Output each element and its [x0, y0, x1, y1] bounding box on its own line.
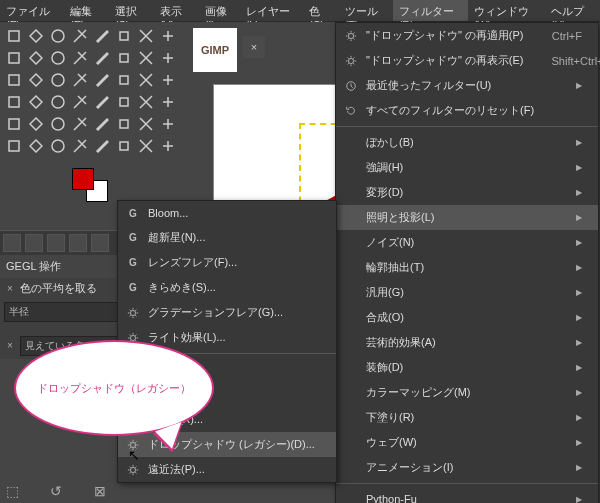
filters-item-15[interactable]: カラーマッピング(M)▶: [336, 380, 598, 405]
tool-19[interactable]: [70, 70, 90, 90]
filters-item-0[interactable]: "ドロップシャドウ" の再適用(P)Ctrl+F: [336, 23, 598, 48]
tool-11[interactable]: [70, 48, 90, 68]
menu-1[interactable]: 編集(E): [64, 0, 109, 21]
close-tab-icon[interactable]: ×: [243, 36, 265, 58]
filters-item-3[interactable]: すべてのフィルターのリセット(F): [336, 98, 598, 123]
tool-31[interactable]: [158, 92, 178, 112]
light-item-2[interactable]: Gレンズフレア(F)...: [118, 250, 336, 275]
tool-42[interactable]: [48, 136, 68, 156]
tool-17[interactable]: [26, 70, 46, 90]
icon[interactable]: ↺: [48, 483, 64, 499]
tool-23[interactable]: [158, 70, 178, 90]
filters-item-12[interactable]: 合成(O)▶: [336, 305, 598, 330]
tool-2[interactable]: [48, 26, 68, 46]
filters-item-11[interactable]: 汎用(G)▶: [336, 280, 598, 305]
tool-45[interactable]: [114, 136, 134, 156]
close-icon[interactable]: ×: [4, 283, 16, 295]
tool-32[interactable]: [4, 114, 24, 134]
filters-item-9[interactable]: ノイズ(N)▶: [336, 230, 598, 255]
menu-10[interactable]: ヘルプ(H): [545, 0, 600, 21]
tool-29[interactable]: [114, 92, 134, 112]
tool-16[interactable]: [4, 70, 24, 90]
icon[interactable]: ⊠: [92, 483, 108, 499]
tool-14[interactable]: [136, 48, 156, 68]
tool-37[interactable]: [114, 114, 134, 134]
tool-21[interactable]: [114, 70, 134, 90]
menu-7[interactable]: ツール(T): [339, 0, 393, 21]
close-icon[interactable]: ×: [4, 340, 16, 352]
tool-34[interactable]: [48, 114, 68, 134]
tool-12[interactable]: [92, 48, 112, 68]
panel-tab[interactable]: [47, 234, 65, 252]
filters-item-1[interactable]: "ドロップシャドウ" の再表示(E)Shift+Ctrl+F: [336, 48, 598, 73]
light-item-10[interactable]: ドロップシャドウ (レガシー)(D)...: [118, 432, 336, 457]
tool-39[interactable]: [158, 114, 178, 134]
filters-item-8[interactable]: 照明と投影(L)▶: [336, 205, 598, 230]
tool-26[interactable]: [48, 92, 68, 112]
light-item-4[interactable]: グラデーションフレア(G)...: [118, 300, 336, 325]
filters-item-16[interactable]: 下塗り(R)▶: [336, 405, 598, 430]
filters-item-2[interactable]: 最近使ったフィルター(U)▶: [336, 73, 598, 98]
panel-tab[interactable]: [3, 234, 21, 252]
filters-item-13[interactable]: 芸術的効果(A)▶: [336, 330, 598, 355]
tool-8[interactable]: [4, 48, 24, 68]
tool-40[interactable]: [4, 136, 24, 156]
filters-item-17[interactable]: ウェブ(W)▶: [336, 430, 598, 455]
tool-44[interactable]: [92, 136, 112, 156]
menu-9[interactable]: ウィンドウ(W): [468, 0, 545, 21]
filters-item-14[interactable]: 装飾(D)▶: [336, 355, 598, 380]
tool-3[interactable]: [70, 26, 90, 46]
tool-9[interactable]: [26, 48, 46, 68]
submenu-arrow-icon: ▶: [576, 138, 582, 147]
panel-tab[interactable]: [25, 234, 43, 252]
tool-24[interactable]: [4, 92, 24, 112]
menu-8[interactable]: フィルター(R): [393, 0, 468, 21]
light-item-0[interactable]: GBloom...: [118, 201, 336, 225]
tool-0[interactable]: [4, 26, 24, 46]
tool-33[interactable]: [26, 114, 46, 134]
light-item-11[interactable]: 遠近法(P)...: [118, 457, 336, 482]
filters-item-5[interactable]: ぼかし(B)▶: [336, 130, 598, 155]
tool-6[interactable]: [136, 26, 156, 46]
panel-tab[interactable]: [91, 234, 109, 252]
image-tab[interactable]: GIMP: [193, 28, 237, 72]
menu-3[interactable]: 表示(V): [154, 0, 199, 21]
tool-20[interactable]: [92, 70, 112, 90]
tool-47[interactable]: [158, 136, 178, 156]
tool-5[interactable]: [114, 26, 134, 46]
menu-4[interactable]: 画像(I): [199, 0, 240, 21]
tool-4[interactable]: [92, 26, 112, 46]
filters-item-10[interactable]: 輪郭抽出(T)▶: [336, 255, 598, 280]
menu-0[interactable]: ファイル(F): [0, 0, 64, 21]
menu-5[interactable]: レイヤー(L): [240, 0, 303, 21]
tool-7[interactable]: [158, 26, 178, 46]
color-swatches[interactable]: [72, 168, 112, 204]
tool-1[interactable]: [26, 26, 46, 46]
menu-6[interactable]: 色(C): [303, 0, 339, 21]
tool-18[interactable]: [48, 70, 68, 90]
tool-22[interactable]: [136, 70, 156, 90]
tool-25[interactable]: [26, 92, 46, 112]
tool-43[interactable]: [70, 136, 90, 156]
tool-46[interactable]: [136, 136, 156, 156]
light-item-3[interactable]: Gきらめき(S)...: [118, 275, 336, 300]
menu-2[interactable]: 選択(S): [109, 0, 154, 21]
tool-36[interactable]: [92, 114, 112, 134]
tool-30[interactable]: [136, 92, 156, 112]
tool-15[interactable]: [158, 48, 178, 68]
filters-item-6[interactable]: 強調(H)▶: [336, 155, 598, 180]
icon[interactable]: ⬚: [4, 483, 20, 499]
filters-item-20[interactable]: Python-Fu▶: [336, 487, 598, 503]
filters-item-7[interactable]: 変形(D)▶: [336, 180, 598, 205]
filters-item-18[interactable]: アニメーション(I)▶: [336, 455, 598, 480]
light-item-1[interactable]: G超新星(N)...: [118, 225, 336, 250]
tool-28[interactable]: [92, 92, 112, 112]
foreground-swatch[interactable]: [72, 168, 94, 190]
tool-41[interactable]: [26, 136, 46, 156]
tool-10[interactable]: [48, 48, 68, 68]
panel-tab[interactable]: [69, 234, 87, 252]
tool-13[interactable]: [114, 48, 134, 68]
tool-35[interactable]: [70, 114, 90, 134]
tool-27[interactable]: [70, 92, 90, 112]
tool-38[interactable]: [136, 114, 156, 134]
